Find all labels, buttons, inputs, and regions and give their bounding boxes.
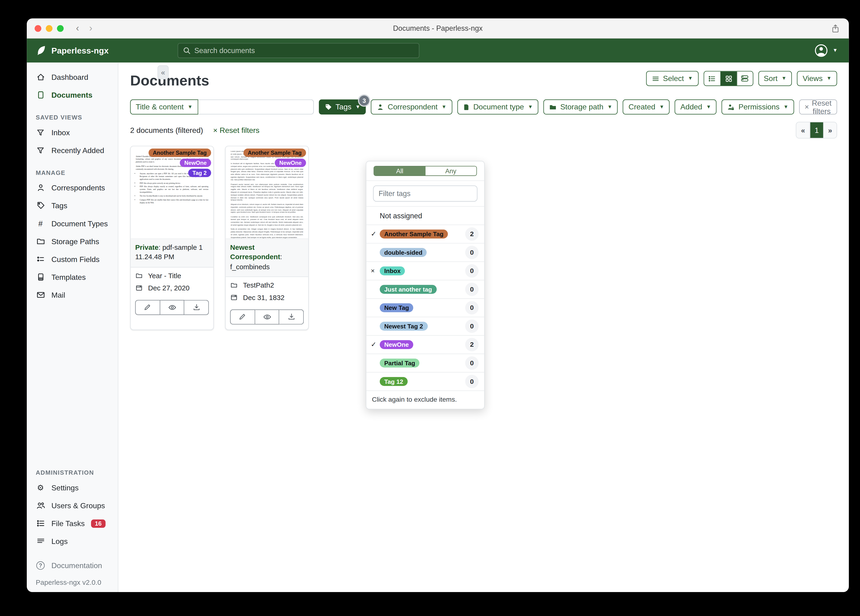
sidebar-item-recently-added[interactable]: Recently Added xyxy=(31,142,113,159)
document-count: 2 documents (filtered) xyxy=(130,126,203,135)
storage-path-value: Year - Title xyxy=(148,272,181,279)
sidebar-item-settings[interactable]: ⚙ Settings xyxy=(31,479,113,496)
sidebar-item-users-groups[interactable]: Users & Groups xyxy=(31,497,113,514)
document-type-filter-label: Document type xyxy=(473,103,524,111)
sidebar-item-templates[interactable]: Templates xyxy=(31,269,113,285)
share-icon[interactable] xyxy=(831,24,840,34)
permissions-filter-button[interactable]: Permissions ▼ xyxy=(722,99,794,115)
calendar-icon xyxy=(230,294,238,301)
storage-path-filter-button[interactable]: Storage path ▼ xyxy=(544,99,618,115)
search-input[interactable] xyxy=(195,46,414,55)
card-tag-list: Another Sample Tag NewOne xyxy=(243,149,306,167)
view-detail-button[interactable] xyxy=(736,72,752,85)
document-thumbnail[interactable]: Another Sample Tag NewOne Lorem ipsum do… xyxy=(226,146,308,239)
pagination-page-1[interactable]: 1 xyxy=(810,122,823,138)
reset-filters-link[interactable]: × Reset filters xyxy=(213,126,259,135)
tags-dropdown-item[interactable]: Tag 12 0 xyxy=(366,372,484,391)
person-icon xyxy=(36,183,45,192)
tag-pill[interactable]: NewOne xyxy=(275,159,306,167)
sidebar-item-dashboard[interactable]: Dashboard xyxy=(31,69,113,85)
download-button[interactable] xyxy=(185,300,209,314)
tags-dropdown-item[interactable]: ✓ NewOne 2 xyxy=(366,335,484,354)
sidebar-item-label: Document Types xyxy=(52,219,108,228)
window-title: Documents - Paperless-ngx xyxy=(27,24,849,32)
date-row: Dec 27, 2020 xyxy=(135,284,209,292)
select-button[interactable]: Select ▼ xyxy=(646,71,698,86)
chevron-down-icon: ▼ xyxy=(355,104,360,109)
view-grid-button[interactable] xyxy=(720,72,736,85)
tags-filter-input-wrap xyxy=(366,180,484,206)
chevron-down-icon: ▼ xyxy=(826,76,831,81)
sidebar-item-file-tasks[interactable]: File Tasks 16 xyxy=(31,515,113,532)
sidebar-item-custom-fields[interactable]: Custom Fields xyxy=(31,251,113,267)
edit-button[interactable] xyxy=(230,309,255,324)
titlebar: ‹ › Documents - Paperless-ngx xyxy=(27,19,849,39)
tag-pill[interactable]: NewOne xyxy=(180,159,211,167)
download-button[interactable] xyxy=(279,309,304,324)
tags-dropdown-item[interactable]: Just another tag 0 xyxy=(366,280,484,299)
global-search[interactable] xyxy=(178,43,419,58)
tags-dropdown-item[interactable]: Newest Tag 2 0 xyxy=(366,317,484,335)
pagination-prev-button[interactable]: « xyxy=(796,122,810,138)
tags-dropdown-not-assigned[interactable]: Not assigned xyxy=(366,206,484,225)
added-filter-button[interactable]: Added ▼ xyxy=(675,99,717,115)
tag-icon xyxy=(324,103,332,111)
tags-dropdown-item[interactable]: Partial Tag 0 xyxy=(366,354,484,372)
tags-dropdown-item[interactable]: ✓ Another Sample Tag 2 xyxy=(366,225,484,243)
document-title[interactable]: Newest Correspondent: f_combineds xyxy=(226,239,308,277)
user-menu[interactable]: ▼ xyxy=(814,43,838,58)
title-content-dropdown-button[interactable]: Title & content ▼ xyxy=(130,99,198,115)
tags-match-all-button[interactable]: All xyxy=(374,167,425,175)
brand[interactable]: Paperless-ngx xyxy=(36,45,109,56)
sidebar-item-tags[interactable]: Tags xyxy=(31,197,113,214)
chevron-down-icon: ▼ xyxy=(528,104,533,109)
sidebar-item-documents[interactable]: Documents xyxy=(31,86,113,103)
correspondent-filter-label: Correspondent xyxy=(388,103,438,111)
document-correspondent[interactable]: Newest Correspondent xyxy=(230,244,280,261)
tag-count-badge: 0 xyxy=(465,246,479,259)
view-list-button[interactable] xyxy=(704,72,720,85)
tag-pill[interactable]: Another Sample Tag xyxy=(243,149,306,157)
document-title[interactable]: Private: pdf-sample 1 11.24.48 PM xyxy=(131,239,213,267)
edit-button[interactable] xyxy=(135,300,160,314)
view-button[interactable] xyxy=(160,300,185,314)
tags-dropdown-item[interactable]: × Inbox 0 xyxy=(366,261,484,280)
sidebar-item-inbox[interactable]: Inbox xyxy=(31,124,113,141)
sidebar-item-documentation[interactable]: ? Documentation xyxy=(31,557,113,574)
app-window: ‹ › Documents - Paperless-ngx Paperless-… xyxy=(27,19,849,592)
sort-button[interactable]: Sort ▼ xyxy=(758,71,792,86)
chevron-down-icon: ▼ xyxy=(706,104,711,109)
tags-filter-button[interactable]: Tags ▼ 3 xyxy=(319,99,366,115)
permissions-filter-label: Permissions xyxy=(738,103,780,111)
document-type-filter-button[interactable]: Document type ▼ xyxy=(457,99,538,115)
tag-count-badge: 0 xyxy=(465,283,479,296)
correspondent-filter-button[interactable]: Correspondent ▼ xyxy=(371,99,452,115)
reset-filters-button[interactable]: × Reset filters xyxy=(799,99,837,115)
chevron-down-icon: ▼ xyxy=(188,104,193,109)
sidebar-collapse-button[interactable]: « xyxy=(157,65,169,79)
tags-filter-input[interactable] xyxy=(373,185,477,202)
sidebar-item-logs[interactable]: Logs xyxy=(31,533,113,550)
sidebar-item-document-types[interactable]: # Document Types xyxy=(31,215,113,232)
tags-dropdown-item[interactable]: double-sided 0 xyxy=(366,243,484,261)
sidebar-item-correspondents[interactable]: Correspondents xyxy=(31,179,113,196)
title-content-search-input[interactable] xyxy=(198,99,314,115)
reset-filters-label: Reset filters xyxy=(812,99,832,115)
document-thumbnail[interactable]: Another Sample Tag NewOne Tag 2 Adobe Ac… xyxy=(131,146,213,239)
tag-state-mark: ✓ xyxy=(371,230,380,238)
created-filter-button[interactable]: Created ▼ xyxy=(623,99,670,115)
sidebar-item-storage-paths[interactable]: Storage Paths xyxy=(31,233,113,250)
tags-dropdown-item[interactable]: New Tag 0 xyxy=(366,299,484,317)
tag-pill[interactable]: Tag 2 xyxy=(188,169,211,177)
view-button[interactable] xyxy=(255,309,279,324)
app-header: Paperless-ngx ▼ xyxy=(27,39,849,63)
document-correspondent[interactable]: Private xyxy=(135,244,159,251)
tag-pill[interactable]: Another Sample Tag xyxy=(148,149,211,157)
sidebar-item-label: Correspondents xyxy=(52,184,105,192)
tags-match-any-button[interactable]: Any xyxy=(425,167,477,175)
views-button[interactable]: Views ▼ xyxy=(797,71,837,86)
manage-header: MANAGE xyxy=(36,169,109,176)
pagination-next-button[interactable]: » xyxy=(823,122,836,138)
tag-count-badge: 2 xyxy=(465,338,479,351)
sidebar-item-mail[interactable]: Mail xyxy=(31,287,113,303)
